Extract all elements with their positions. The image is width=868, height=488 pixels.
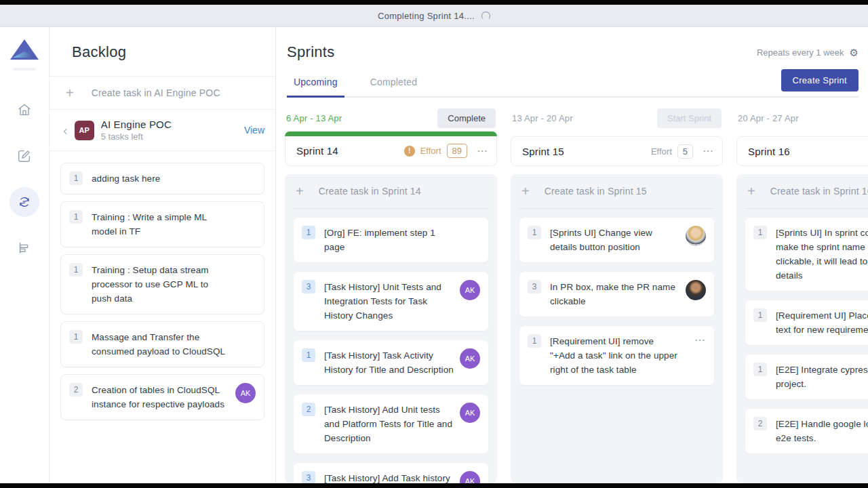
effort-label: Effort: [651, 146, 672, 157]
sprint-task-panel: + Create task in Sprint 16 1 [Sprints UI…: [736, 174, 868, 483]
sprint-dates: 6 Apr - 13 Apr: [286, 113, 342, 123]
sprint-task-panel: + Create task in Sprint 15 1 [Sprints UI…: [511, 174, 723, 483]
letterbox-bottom: [0, 483, 868, 488]
backlog-task-list: 1 adding task here 1 Training : Write a …: [50, 151, 275, 439]
sprint-name: Sprint 16: [748, 146, 868, 157]
task-title: adding task here: [92, 171, 160, 186]
sprint-column-16: 20 Apr - 27 Apr Sprint 16 + Create task …: [736, 104, 868, 483]
effort-badge: 3: [302, 471, 315, 483]
effort-value[interactable]: 89: [447, 144, 467, 158]
sprint-task-card[interactable]: 2 [E2E] Handle google login for e2e test…: [745, 408, 868, 454]
create-task-label: Create task in Sprint 15: [545, 186, 647, 197]
effort-badge: 1: [753, 226, 767, 239]
backlog-task-card[interactable]: 1 adding task here: [60, 163, 264, 195]
effort-badge: 2: [69, 383, 83, 396]
sprint-task-card[interactable]: 1 [Org] FE: implement step 1 page: [293, 217, 489, 263]
sprint-header-card: Sprint 14 Effort 89 ⋯: [285, 136, 497, 166]
loading-spinner-icon: [481, 12, 490, 20]
task-title: [Requirement UI] remove "+Add a task" li…: [550, 334, 680, 377]
task-title: Training : Setup data stream processor t…: [92, 263, 227, 306]
nav-sprints-button[interactable]: [9, 187, 39, 217]
gear-icon[interactable]: ⚙: [850, 47, 859, 58]
sprint-header-card: Sprint 15 Effort 5 ⋯: [511, 136, 723, 166]
sprint-task-card[interactable]: 2 [Task History] Add Unit tests and Plat…: [293, 394, 489, 454]
sprint-task-card[interactable]: 1 [Requirement UI] remove "+Add a task" …: [519, 325, 715, 386]
task-title: [Task History] Add Unit tests and Platfo…: [324, 403, 454, 445]
create-task-label: Create task in Sprint 14: [319, 186, 421, 197]
sprint-dates: 20 Apr - 27 Apr: [738, 113, 799, 123]
tab-upcoming[interactable]: Upcoming: [287, 68, 344, 96]
project-view-link[interactable]: View: [244, 125, 264, 136]
effort-value[interactable]: 5: [677, 144, 693, 159]
backlog-panel: Backlog + Create task in AI Engine POC ‹…: [50, 27, 276, 483]
task-title: [Requirement UI] Placeholder text for ne…: [776, 308, 868, 337]
backlog-task-card[interactable]: 1 Massage and Transfer the consumed payl…: [60, 321, 264, 367]
create-sprint-button[interactable]: Create Sprint: [781, 69, 859, 92]
assignee-avatar: AK: [460, 280, 480, 300]
task-title: [Task History] Task Activity History for…: [324, 348, 454, 377]
effort-badge: 1: [69, 171, 83, 185]
plus-icon: +: [521, 184, 530, 198]
repeats-label: Repeats every 1 week: [757, 47, 844, 58]
status-toast: Completing Sprint 14....: [0, 5, 868, 27]
letterbox-top: [0, 0, 868, 5]
nav-home-button[interactable]: [9, 95, 39, 125]
assignee-avatar: AK: [460, 471, 480, 483]
sprint-column-15: 13 Apr - 20 Apr Start Sprint Sprint 15 E…: [511, 104, 723, 483]
sprint-task-card[interactable]: 1 [Sprints UI] In sprint column, make th…: [745, 217, 868, 291]
tab-completed[interactable]: Completed: [363, 68, 425, 96]
sprint-task-card[interactable]: 1 [Requirement UI] Placeholder text for …: [745, 300, 868, 346]
sprint-task-card[interactable]: 1 [Sprints UI] Change view details butto…: [519, 217, 715, 263]
app-logo[interactable]: [10, 39, 39, 62]
sprint-create-task-button[interactable]: + Create task in Sprint 14: [293, 174, 489, 209]
task-title: [Task History] Unit Tests and Integratio…: [324, 280, 454, 323]
sprint-progress-bar: [285, 131, 497, 136]
effort-badge: 1: [753, 363, 767, 376]
backlog-task-card[interactable]: 1 Training : Write a simple ML model in …: [60, 201, 264, 247]
task-title: Creation of tables in CloudSQL instance …: [92, 383, 227, 411]
sprint-task-card[interactable]: 3 [Task History] Unit Tests and Integrat…: [293, 271, 489, 331]
sprint-board: 6 Apr - 13 Apr Complete Sprint 14 Effort…: [276, 98, 868, 483]
sprint-task-card[interactable]: 1 [Task History] Task Activity History f…: [293, 340, 489, 386]
bar-chart-icon: [17, 241, 32, 256]
task-title: [Org] FE: implement step 1 page: [324, 226, 454, 254]
sprint-task-card[interactable]: 3 [Task History] Add Task history for di…: [293, 462, 489, 483]
sprint-column-14: 6 Apr - 13 Apr Complete Sprint 14 Effort…: [285, 104, 497, 483]
effort-badge: 1: [69, 263, 83, 277]
task-title: [Sprints UI] Change view details button …: [550, 226, 680, 254]
sprint-create-task-button[interactable]: + Create task in Sprint 15: [519, 174, 715, 209]
sprint-task-card[interactable]: 3 In PR box, make the PR name clickable: [519, 271, 715, 317]
sprint-header-card: Sprint 16: [736, 136, 868, 166]
collapse-chevron-left-icon[interactable]: ‹: [59, 123, 72, 137]
left-nav-rail: [0, 27, 50, 483]
nav-requirements-button[interactable]: [9, 141, 39, 171]
task-title: [Task History] Add Task history for diff…: [324, 471, 454, 483]
nav-reports-button[interactable]: [9, 233, 39, 263]
effort-badge: 2: [753, 417, 767, 430]
backlog-create-task-button[interactable]: + Create task in AI Engine POC: [50, 77, 275, 110]
effort-badge: 1: [528, 226, 541, 239]
sprint-progress-bar: [511, 131, 723, 136]
backlog-project-row: ‹ AP AI Engine POC 5 tasks left View: [50, 110, 275, 151]
effort-badge: 1: [753, 308, 767, 322]
backlog-task-card[interactable]: 2 Creation of tables in CloudSQL instanc…: [60, 374, 264, 420]
sprint-task-panel: + Create task in Sprint 14 1 [Org] FE: i…: [285, 174, 497, 483]
backlog-title: Backlog: [72, 43, 275, 61]
complete-sprint-button[interactable]: Complete: [437, 108, 496, 128]
backlog-task-card[interactable]: 1 Training : Setup data stream processor…: [60, 254, 264, 314]
task-title: Training : Write a simple ML model in TF: [92, 210, 227, 239]
effort-badge: 1: [69, 210, 83, 224]
sprint-menu-dots-icon[interactable]: ⋯: [477, 148, 488, 155]
sprint-create-task-button[interactable]: + Create task in Sprint 16: [745, 174, 868, 209]
assignee-avatar: AK: [235, 383, 256, 403]
backlog-create-task-label: Create task in AI Engine POC: [92, 87, 220, 98]
project-tasks-left: 5 tasks left: [101, 131, 244, 142]
task-menu-dots-icon[interactable]: ⋯: [694, 337, 706, 344]
start-sprint-button[interactable]: Start Sprint: [657, 108, 722, 128]
logo-wordmark: [13, 68, 36, 70]
effort-badge: 2: [302, 403, 315, 416]
assignee-avatar: AK: [460, 403, 480, 423]
sprint-task-card[interactable]: 1 [E2E] Integrate cypress into the proje…: [745, 354, 868, 400]
app-window: Backlog + Create task in AI Engine POC ‹…: [0, 27, 868, 483]
sprint-menu-dots-icon[interactable]: ⋯: [703, 148, 714, 155]
